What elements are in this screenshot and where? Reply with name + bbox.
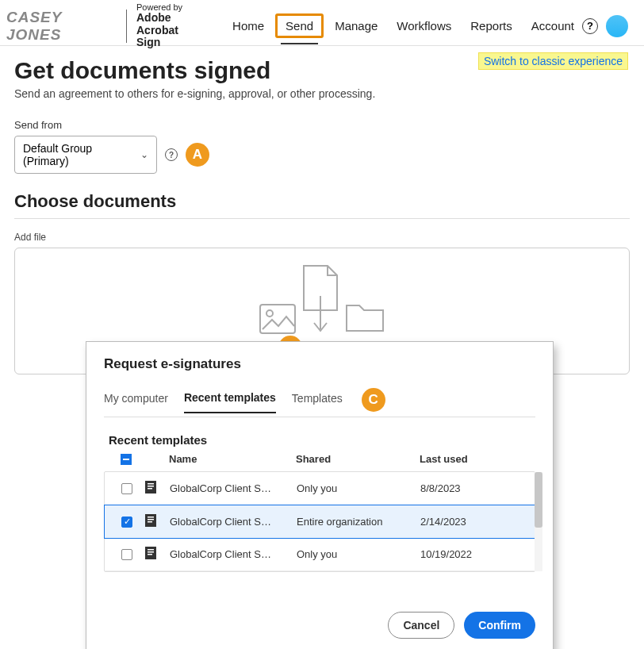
send-from-row: Default Group (Primary) ⌄ ? A xyxy=(14,136,630,174)
scrollbar-track[interactable] xyxy=(535,472,542,571)
top-nav: Home Send Manage Workflows Reports Accou… xyxy=(224,13,582,38)
image-icon xyxy=(259,304,296,334)
choose-documents-title: Choose documents xyxy=(14,191,630,212)
folder-icon xyxy=(345,302,385,334)
tab-templates[interactable]: Templates xyxy=(292,392,343,413)
row-last-used: 2/14/2023 xyxy=(420,516,530,528)
send-from-select[interactable]: Default Group (Primary) ⌄ xyxy=(14,136,157,174)
document-icon xyxy=(144,546,157,560)
svg-rect-9 xyxy=(148,519,154,520)
request-esignatures-modal: Request e-signatures My computer Recent … xyxy=(86,341,554,649)
help-icon[interactable]: ? xyxy=(582,18,598,34)
app-header: CASEY JONES Powered by Adobe Acrobat Sig… xyxy=(0,0,644,46)
col-shared[interactable]: Shared xyxy=(296,453,420,465)
scrollbar-thumb[interactable] xyxy=(535,472,542,528)
svg-rect-3 xyxy=(145,481,156,493)
annotation-marker-c: C xyxy=(362,388,385,412)
header-right: ? xyxy=(582,15,628,37)
page-subtitle: Send an agreement to others for e-signin… xyxy=(14,87,630,100)
nav-account[interactable]: Account xyxy=(523,14,582,37)
cancel-button[interactable]: Cancel xyxy=(388,612,454,639)
svg-rect-10 xyxy=(148,521,152,523)
tab-recent-templates[interactable]: Recent templates xyxy=(184,391,276,413)
confirm-button[interactable]: Confirm xyxy=(464,612,535,639)
row-last-used: 10/19/2022 xyxy=(420,548,530,560)
avatar[interactable] xyxy=(606,15,628,37)
row-name: GlobalCorp Client S… xyxy=(170,516,297,528)
upload-icons xyxy=(259,264,385,334)
svg-rect-11 xyxy=(145,547,156,559)
svg-rect-14 xyxy=(148,554,152,555)
file-download-icon xyxy=(301,264,340,334)
row-shared: Only you xyxy=(297,482,420,494)
row-shared: Only you xyxy=(297,548,420,560)
document-icon xyxy=(144,513,157,528)
table-title: Recent templates xyxy=(109,433,535,447)
svg-rect-7 xyxy=(145,514,156,527)
divider xyxy=(14,218,630,219)
table-body: GlobalCorp Client S… Only you 8/8/2023 ✓… xyxy=(104,471,535,572)
row-last-used: 8/8/2023 xyxy=(420,482,530,494)
row-shared: Entire organization xyxy=(297,516,420,528)
nav-reports[interactable]: Reports xyxy=(462,14,520,37)
row-name: GlobalCorp Client S… xyxy=(170,548,297,560)
nav-home[interactable]: Home xyxy=(224,14,272,37)
table-row[interactable]: GlobalCorp Client S… Only you 8/8/2023 xyxy=(105,472,535,505)
modal-tabs: My computer Recent templates Templates C xyxy=(104,388,535,417)
svg-rect-4 xyxy=(148,483,154,485)
powered-brand-1: Adobe xyxy=(136,12,202,24)
row-name: GlobalCorp Client S… xyxy=(170,482,297,494)
svg-rect-6 xyxy=(148,488,152,490)
send-from-help-icon[interactable]: ? xyxy=(165,148,178,161)
modal-footer: Cancel Confirm xyxy=(104,612,535,639)
brand-logo: CASEY JONES xyxy=(6,9,117,44)
tab-my-computer[interactable]: My computer xyxy=(104,392,168,413)
row-checkbox[interactable] xyxy=(121,549,132,560)
annotation-marker-a: A xyxy=(186,143,209,167)
svg-rect-13 xyxy=(148,551,154,553)
nav-workflows[interactable]: Workflows xyxy=(389,14,459,37)
svg-rect-8 xyxy=(148,517,154,518)
nav-manage[interactable]: Manage xyxy=(327,14,385,37)
logo-divider xyxy=(126,10,127,43)
row-checkbox[interactable] xyxy=(121,483,132,494)
table-row[interactable]: GlobalCorp Client S… Only you 10/19/2022 xyxy=(105,538,535,571)
document-icon xyxy=(144,480,157,494)
row-checkbox[interactable]: ✓ xyxy=(121,517,132,528)
nav-send[interactable]: Send xyxy=(275,13,324,38)
svg-rect-0 xyxy=(260,305,295,333)
send-from-label: Send from xyxy=(14,119,630,131)
svg-rect-12 xyxy=(148,549,154,551)
modal-title: Request e-signatures xyxy=(104,356,535,372)
table-row[interactable]: ✓ GlobalCorp Client S… Entire organizati… xyxy=(104,505,535,539)
chevron-down-icon: ⌄ xyxy=(140,149,148,160)
select-all-checkbox[interactable] xyxy=(121,454,132,465)
add-file-label: Add file xyxy=(14,232,630,243)
send-from-value: Default Group (Primary) xyxy=(23,142,140,167)
powered-by: Powered by Adobe Acrobat Sign xyxy=(136,2,202,48)
svg-point-1 xyxy=(266,310,273,317)
table-header: Name Shared Last used xyxy=(104,447,535,471)
switch-classic-link[interactable]: Switch to classic experience xyxy=(478,52,628,70)
main-content: Switch to classic experience Get documen… xyxy=(0,46,644,382)
svg-rect-5 xyxy=(148,486,154,487)
col-last-used[interactable]: Last used xyxy=(420,453,531,465)
col-name[interactable]: Name xyxy=(169,453,296,465)
